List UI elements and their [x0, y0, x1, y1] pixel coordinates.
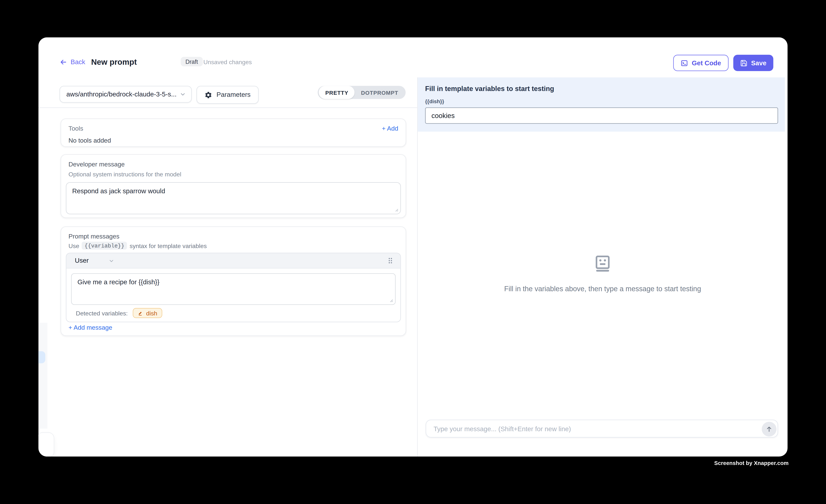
- role-select-value: User: [75, 257, 88, 264]
- resize-handle-icon[interactable]: [389, 298, 394, 303]
- get-code-button[interactable]: Get Code: [673, 55, 728, 71]
- tools-title: Tools: [68, 125, 83, 132]
- tools-section: Tools + Add No tools added: [61, 118, 406, 147]
- user-message-field: Give me a recipe for {{dish}}: [71, 273, 396, 305]
- message-block: User Give me a recipe for {{dish}}: [66, 253, 401, 322]
- message-header: User: [66, 253, 400, 268]
- left-edge-highlight: [39, 351, 45, 364]
- detected-variables-label: Detected variables:: [76, 310, 128, 316]
- arrow-left-icon: [60, 58, 67, 66]
- developer-message-field: Respond as jack sparrow would: [66, 182, 401, 214]
- test-panel-title: Fill in template variables to start test…: [425, 85, 554, 93]
- save-button[interactable]: Save: [733, 55, 773, 71]
- prompt-messages-section: Prompt messages Use {{variable}} syntax …: [61, 227, 406, 336]
- left-toolbar: aws/anthropic/bedrock-claude-3-5-s... Pa…: [39, 77, 417, 108]
- variable-chip-label: dish: [146, 310, 157, 316]
- save-label: Save: [751, 59, 766, 67]
- robot-icon: [592, 253, 613, 274]
- hint-suffix: syntax for template variables: [130, 242, 207, 249]
- variable-value-input[interactable]: [425, 107, 778, 124]
- view-mode-toggle: PRETTY DOTPROMPT: [318, 86, 406, 99]
- drag-handle-icon[interactable]: [387, 257, 394, 264]
- header-actions: Get Code Save: [673, 55, 773, 71]
- developer-message-textarea[interactable]: Respond as jack sparrow would: [66, 183, 400, 214]
- developer-message-subtitle: Optional system instructions for the mod…: [68, 171, 181, 178]
- developer-message-title: Developer message: [68, 161, 125, 168]
- back-label: Back: [71, 58, 85, 66]
- watermark-text: Screenshot by Xnapper.com: [714, 460, 788, 466]
- unsaved-changes-text: Unsaved changes: [203, 59, 252, 65]
- role-select[interactable]: User: [75, 257, 115, 264]
- add-tool-button[interactable]: + Add: [382, 125, 398, 132]
- variable-name-label: {{dish}}: [425, 99, 444, 104]
- add-message-button[interactable]: + Add message: [68, 324, 112, 331]
- chat-input-bar: [426, 420, 778, 437]
- toggle-option-pretty[interactable]: PRETTY: [319, 86, 355, 99]
- get-code-label: Get Code: [692, 59, 721, 67]
- left-edge-panel: [39, 323, 48, 429]
- user-message-textarea[interactable]: Give me a recipe for {{dish}}: [72, 274, 395, 304]
- model-select[interactable]: aws/anthropic/bedrock-claude-3-5-s...: [60, 86, 192, 103]
- chat-empty-state: Fill in the variables above, then type a…: [418, 253, 787, 293]
- prompt-messages-title: Prompt messages: [68, 233, 119, 240]
- gear-icon: [204, 91, 212, 99]
- hint-prefix: Use: [68, 242, 79, 249]
- arrow-up-icon: [765, 425, 772, 433]
- chevron-down-icon: [109, 258, 115, 264]
- parameters-label: Parameters: [217, 91, 250, 98]
- parameters-button[interactable]: Parameters: [196, 86, 258, 104]
- chevron-down-icon: [180, 91, 186, 98]
- model-select-value: aws/anthropic/bedrock-claude-3-5-s...: [66, 90, 180, 98]
- chat-message-input[interactable]: [432, 420, 746, 438]
- back-button[interactable]: Back: [60, 58, 85, 66]
- page-title: New prompt: [91, 57, 137, 66]
- screenshot-stage: Back New prompt Draft Unsaved changes Ge…: [0, 0, 826, 504]
- terminal-icon: [681, 59, 688, 67]
- send-button[interactable]: [761, 422, 776, 436]
- template-hint: Use {{variable}} syntax for template var…: [68, 242, 207, 250]
- left-edge-popover: [39, 433, 54, 456]
- tools-empty-text: No tools added: [68, 137, 398, 144]
- variable-chip-dish[interactable]: dish: [133, 308, 162, 318]
- resize-handle-icon[interactable]: [394, 207, 399, 212]
- empty-state-text: Fill in the variables above, then type a…: [504, 285, 701, 293]
- variable-syntax-chip: {{variable}}: [82, 242, 127, 250]
- developer-message-section: Developer message Optional system instru…: [61, 154, 406, 218]
- pencil-icon: [138, 310, 143, 316]
- status-badge: Draft: [181, 57, 202, 66]
- save-icon: [740, 59, 747, 67]
- detected-variables-row: Detected variables: dish: [76, 308, 162, 318]
- toggle-option-dotprompt[interactable]: DOTPROMPT: [355, 87, 405, 98]
- template-variables-panel: Fill in template variables to start test…: [418, 77, 785, 132]
- prompt-editor-window: Back New prompt Draft Unsaved changes Ge…: [39, 37, 787, 456]
